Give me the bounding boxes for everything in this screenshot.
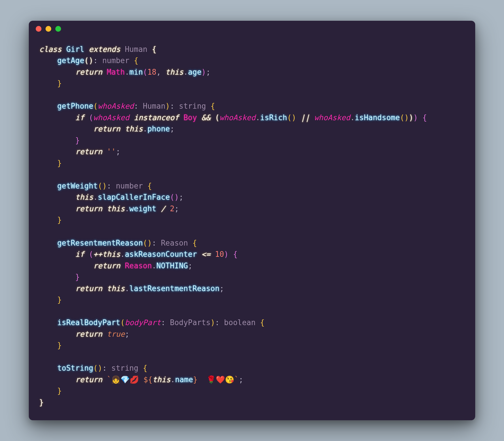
op-div: / <box>161 204 166 213</box>
method-isrich: isRich <box>260 113 287 122</box>
prop-weight: weight <box>129 204 156 213</box>
method-slapcallerinface: slapCallerInFace <box>98 193 170 201</box>
prop-askreasoncounter: askReasonCounter <box>125 250 197 259</box>
type-string: string <box>179 102 206 110</box>
keyword-instanceof: instanceof <box>134 113 179 122</box>
method-ishandsome: isHandsome <box>355 113 400 122</box>
class-human: Human <box>125 45 147 54</box>
template-close: } 🌹❤️😘` <box>193 375 239 384</box>
window-titlebar <box>29 21 475 37</box>
type-bodyparts: BodyParts <box>170 318 211 327</box>
prop-age: age <box>188 68 202 76</box>
method-getphone: getPhone <box>57 102 93 110</box>
method-getresentmentreason: getResentmentReason <box>57 239 143 247</box>
number-10: 10 <box>215 250 224 259</box>
method-isrealbodypart: isRealBodyPart <box>57 318 120 327</box>
prop-phone: phone <box>147 125 170 133</box>
method-min: min <box>129 68 143 76</box>
type-number: number <box>102 56 129 65</box>
keyword-return: return <box>75 68 102 76</box>
number-2: 2 <box>170 204 175 213</box>
keyword-class: class <box>39 45 62 54</box>
prop-nothing: NOTHING <box>156 261 188 270</box>
number-18: 18 <box>147 68 156 76</box>
type-reason: Reason <box>161 239 188 247</box>
method-tostring: toString <box>57 364 93 372</box>
op-inc: ++ <box>93 250 102 259</box>
close-icon[interactable] <box>36 26 41 32</box>
type-boolean: boolean <box>224 318 256 327</box>
prop-lastresentmentreason: lastResentmentReason <box>129 284 219 293</box>
method-getage: getAge <box>57 56 84 65</box>
keyword-if: if <box>75 113 84 122</box>
method-getweight: getWeight <box>57 182 98 190</box>
op-or: || <box>301 113 310 122</box>
prop-name: name <box>175 375 193 384</box>
string-empty: '' <box>107 147 116 156</box>
class-math: Math <box>107 68 125 76</box>
code-block: class Girl extends Human { getAge(): num… <box>29 37 475 421</box>
param-whoasked: whoAsked <box>98 102 134 110</box>
class-reason: Reason <box>125 261 152 270</box>
keyword-true: true <box>107 330 125 338</box>
keyword-extends: extends <box>89 45 120 54</box>
op-and: && <box>202 113 211 122</box>
zoom-icon[interactable] <box>55 26 61 32</box>
op-lte: <= <box>202 250 211 259</box>
class-boy: Boy <box>183 113 197 122</box>
code-window: class Girl extends Human { getAge(): num… <box>29 21 475 421</box>
param-bodypart: bodyPart <box>125 318 161 327</box>
template-open: `👧💎💋 ${ <box>107 375 153 384</box>
minimize-icon[interactable] <box>46 26 51 32</box>
class-girl: Girl <box>66 45 84 54</box>
keyword-this: this <box>165 68 183 76</box>
